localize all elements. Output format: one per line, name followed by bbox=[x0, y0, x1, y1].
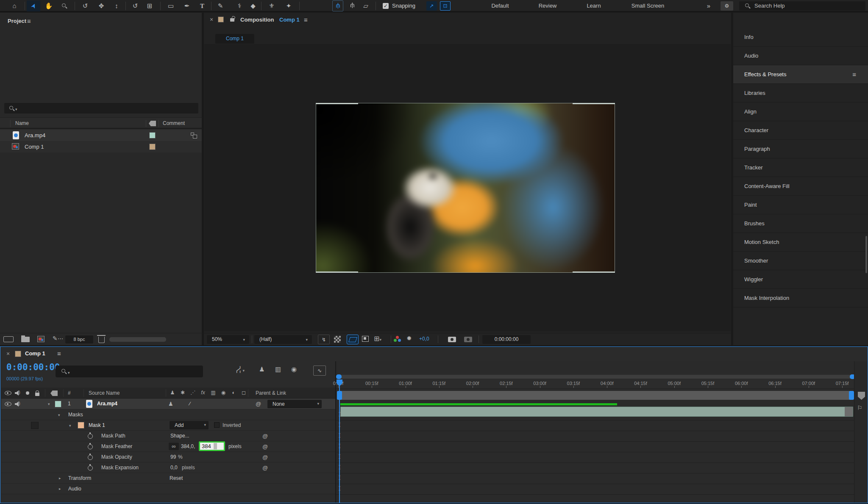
layer-label-swatch[interactable] bbox=[55, 401, 61, 407]
sidebar-panel-brushes[interactable]: Brushes bbox=[733, 214, 868, 233]
dolly-camera-tool-icon[interactable]: ↕ bbox=[111, 0, 122, 11]
fast-preview-icon[interactable]: ↯ bbox=[318, 335, 330, 344]
sidebar-panel-mask-interpolation[interactable]: Mask Interpolation bbox=[733, 289, 868, 307]
home-icon[interactable]: ⌂ bbox=[9, 0, 20, 11]
mask-visibility-cell[interactable] bbox=[31, 422, 39, 429]
selection-tool-icon[interactable]: ➤ bbox=[27, 0, 40, 11]
transform-row[interactable]: ▸ Transform Reset bbox=[1, 473, 335, 484]
current-timecode[interactable]: 0:00:00:00 bbox=[6, 362, 60, 372]
exposure-value[interactable]: +0,0 bbox=[419, 336, 429, 342]
unlock-icon[interactable] bbox=[230, 18, 234, 22]
puppet-pin-tool-icon[interactable]: ✦ bbox=[283, 0, 294, 11]
chevron-right-icon[interactable]: ▸ bbox=[59, 487, 61, 491]
roto-brush-tool-icon[interactable]: ⚜ bbox=[266, 0, 277, 11]
pickwhip-icon[interactable]: @ bbox=[262, 433, 268, 439]
snap-bounds-icon[interactable]: ⊡ bbox=[440, 1, 451, 11]
panel-menu-icon[interactable]: ≡ bbox=[852, 65, 856, 84]
interpret-footage-icon[interactable] bbox=[3, 336, 14, 342]
transparency-grid-icon[interactable] bbox=[334, 336, 341, 343]
stopwatch-icon[interactable] bbox=[88, 455, 93, 460]
project-panel-menu-icon[interactable]: ≡ bbox=[27, 17, 31, 25]
video-column-eye-icon[interactable] bbox=[5, 391, 11, 395]
snapshot-camera-icon[interactable] bbox=[448, 337, 456, 342]
mask-feather-row[interactable]: Mask Feather ∞ 384,0, 384 pixels @ bbox=[1, 441, 335, 452]
camera-tool-icon[interactable]: ⊞ bbox=[144, 0, 155, 11]
sidebar-panel-smoother[interactable]: Smoother bbox=[733, 252, 868, 270]
parent-link-column[interactable]: Parent & Link bbox=[256, 390, 286, 396]
world-axis-mode-icon[interactable]: ψ bbox=[347, 0, 358, 11]
new-folder-icon[interactable] bbox=[21, 337, 30, 342]
mask-opacity-row[interactable]: Mask Opacity 99 % @ bbox=[1, 452, 335, 462]
bit-depth-button[interactable]: 8 bpc bbox=[65, 335, 93, 343]
project-item-comp1[interactable]: Comp 1 bbox=[0, 141, 202, 152]
composition-panel-menu-icon[interactable]: ≡ bbox=[304, 16, 308, 23]
stopwatch-icon[interactable] bbox=[88, 465, 93, 471]
chevron-down-icon[interactable]: ▾ bbox=[69, 424, 71, 428]
chevron-down-icon[interactable]: ▾ bbox=[58, 413, 60, 417]
speaker-icon[interactable] bbox=[15, 402, 21, 407]
workspace-overflow-chevron[interactable]: » bbox=[700, 0, 717, 12]
lock-column-icon[interactable] bbox=[35, 393, 39, 396]
pan-camera-tool-icon[interactable]: ✥ bbox=[96, 0, 107, 11]
eraser-tool-icon[interactable]: ◆ bbox=[248, 0, 259, 11]
graph-editor-icon[interactable]: ∿ bbox=[313, 366, 326, 376]
comp-button-icon[interactable]: ⚐ bbox=[857, 404, 862, 411]
sidebar-panel-info[interactable]: Info bbox=[733, 28, 868, 47]
sidebar-panel-character[interactable]: Character bbox=[733, 121, 868, 140]
mask-path-row[interactable]: Mask Path Shape... @ bbox=[1, 431, 335, 441]
workspace-tab-learn[interactable]: Learn bbox=[579, 0, 609, 12]
rotate-tool-icon[interactable]: ↺ bbox=[130, 0, 141, 11]
preview-timecode[interactable]: 0:00:00:00 bbox=[482, 335, 531, 344]
snapping-checkbox[interactable]: ✓ bbox=[383, 3, 389, 9]
sidebar-panel-motion-sketch[interactable]: Motion Sketch bbox=[733, 233, 868, 252]
pickwhip-icon[interactable]: @ bbox=[262, 465, 268, 471]
comp-marker-icon[interactable] bbox=[858, 392, 865, 400]
sidebar-panel-paint[interactable]: Paint bbox=[733, 196, 868, 214]
layer-name[interactable]: Ara.mp4 bbox=[97, 401, 117, 407]
sidebar-panel-audio[interactable]: Audio bbox=[733, 47, 868, 65]
mask-visibility-toggle-icon[interactable] bbox=[347, 335, 359, 344]
mask-outline[interactable] bbox=[316, 103, 615, 273]
label-color-swatch[interactable] bbox=[149, 144, 156, 150]
transform-reset[interactable]: Reset bbox=[170, 475, 183, 481]
column-comment-header[interactable]: Comment bbox=[163, 120, 185, 126]
work-area-end-handle[interactable] bbox=[849, 391, 854, 400]
sidebar-panel-effects-presets[interactable]: Effects & Presets≡ bbox=[733, 65, 868, 84]
viewer-tab-comp1[interactable]: Comp 1 bbox=[215, 34, 254, 44]
adjustment-icon[interactable]: ◐ bbox=[229, 390, 238, 396]
workspace-tab-small-screen[interactable]: Small Screen bbox=[617, 0, 679, 12]
delete-trash-icon[interactable] bbox=[98, 337, 105, 343]
view-axis-mode-icon[interactable]: ▱ bbox=[360, 0, 371, 11]
orbit-camera-tool-icon[interactable]: ↺ bbox=[80, 0, 91, 11]
hand-tool-icon[interactable]: ✋ bbox=[43, 0, 54, 11]
solo-column-icon[interactable] bbox=[26, 391, 29, 395]
time-ruler[interactable]: 0:00f00:15f01:00f01:15f02:00f02:15f03:00… bbox=[336, 379, 854, 389]
label-color-swatch[interactable] bbox=[149, 132, 156, 138]
help-search-box[interactable]: Search Help bbox=[739, 1, 865, 11]
mask1-row[interactable]: ▾ Mask 1 Add ▾ Inverted bbox=[1, 420, 335, 431]
workspace-tab-default[interactable]: Default bbox=[485, 0, 515, 12]
pickwhip-icon[interactable]: @ bbox=[262, 443, 268, 450]
mask-corner-handle[interactable] bbox=[316, 103, 358, 104]
timeline-tab-label[interactable]: Comp 1 bbox=[25, 350, 45, 357]
collapse-icon[interactable]: ✱ bbox=[178, 390, 187, 396]
pickwhip-icon[interactable]: @ bbox=[262, 454, 268, 460]
zoom-tool-icon[interactable] bbox=[59, 0, 70, 11]
playhead-line[interactable] bbox=[339, 379, 340, 503]
quality-icon[interactable]: ⋰ bbox=[189, 390, 197, 396]
opacity-value[interactable]: 99 bbox=[170, 454, 176, 460]
sidebar-panel-wiggler[interactable]: Wiggler bbox=[733, 270, 868, 289]
clone-stamp-tool-icon[interactable]: ⚕ bbox=[234, 0, 245, 11]
timeline-panel-menu-icon[interactable]: ≡ bbox=[57, 350, 61, 357]
timeline-comp-swatch[interactable] bbox=[15, 351, 21, 357]
parent-dropdown[interactable]: None ▾ bbox=[267, 400, 322, 408]
work-area-bar[interactable] bbox=[340, 391, 851, 400]
label-column-tag-icon[interactable] bbox=[50, 390, 58, 396]
active-comp-name[interactable]: Comp 1 bbox=[279, 17, 300, 23]
source-name-column[interactable]: Source Name bbox=[89, 390, 120, 396]
comp-label-swatch[interactable] bbox=[218, 17, 224, 22]
time-navigator-track[interactable] bbox=[338, 375, 853, 379]
workspace-settings-icon[interactable]: ⚙ bbox=[721, 1, 733, 11]
feather-x-value[interactable]: 384,0, bbox=[181, 443, 195, 449]
layer-number-column[interactable]: # bbox=[68, 390, 71, 396]
